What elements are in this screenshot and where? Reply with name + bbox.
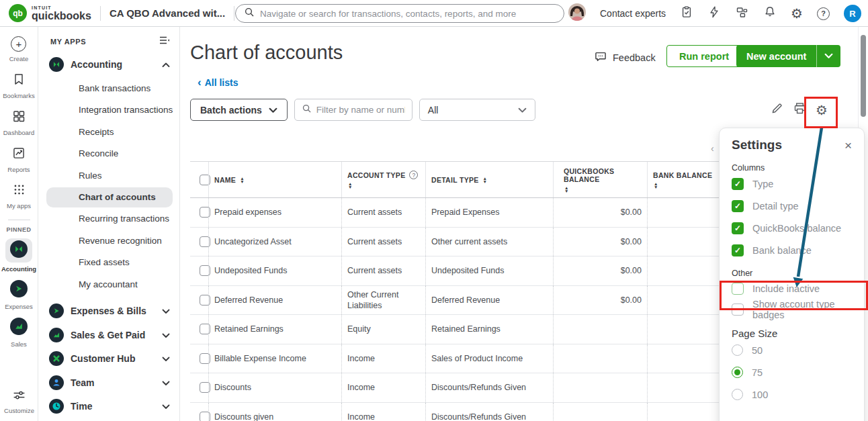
setting-detail-type[interactable]: ✓ Detail type	[732, 195, 852, 217]
sidebar-item-fixed-assets[interactable]: Fixed assets	[38, 252, 179, 274]
sidebar-item-reconcile[interactable]: Reconcile	[38, 143, 179, 165]
sidebar-item-expenses-bills[interactable]: Expenses & Bills	[38, 299, 179, 324]
setting-type[interactable]: ✓ Type	[732, 173, 852, 195]
feedback-button[interactable]: Feedback	[594, 50, 656, 65]
setting-label: Bank balance	[752, 245, 812, 256]
setting-include-inactive[interactable]: Include inactive	[732, 278, 852, 299]
new-account-button[interactable]: New account	[736, 45, 840, 67]
manage-list-icon[interactable]	[159, 36, 170, 48]
name-cell: Discounts	[208, 373, 341, 402]
quickbooks-logo[interactable]: qb INTUIT quickbooks	[0, 4, 91, 22]
sidebar-item-sales-get-paid[interactable]: Sales & Get Paid	[38, 323, 179, 347]
checkbox-unchecked[interactable]	[732, 283, 744, 295]
sidebar-item-revenue-recognition[interactable]: Revenue recognition	[38, 230, 179, 252]
sidebar-item-accounting[interactable]: Accounting	[38, 48, 179, 72]
run-report-button[interactable]: Run report	[666, 45, 742, 67]
user-avatar[interactable]: R	[844, 5, 861, 22]
batch-actions-button[interactable]: Batch actions	[190, 99, 288, 121]
sidebar-item-label: Receipts	[79, 127, 114, 137]
sidebar-item-label: Accounting	[71, 59, 122, 70]
column-header-account-type[interactable]: ACCOUNT TYPE? ▲▼	[341, 162, 425, 197]
notifications-icon[interactable]	[763, 5, 777, 21]
account-type-cell: Current assets	[341, 228, 425, 256]
setting-label: Include inactive	[752, 283, 820, 294]
checkbox-unchecked[interactable]	[732, 303, 744, 316]
tasks-icon[interactable]	[680, 5, 693, 21]
filter-type-select[interactable]: All	[419, 99, 535, 121]
shortcuts-icon[interactable]	[707, 5, 721, 21]
page-size-75[interactable]: 75	[732, 361, 852, 383]
radio-selected[interactable]	[732, 367, 743, 378]
new-account-dropdown[interactable]	[817, 45, 840, 67]
account-type-cell: Income	[341, 403, 425, 421]
quickbooks-app: qb INTUIT quickbooks CA QBO Advanced wit…	[0, 0, 868, 421]
column-header-bank-balance[interactable]: BANK BALANCE ▲▼	[647, 162, 722, 197]
sidebar-item-my-accountant[interactable]: My accountant	[38, 273, 179, 295]
rail-item-dashboard[interactable]: Dashboard	[3, 109, 34, 136]
sidebar-item-receipts[interactable]: Receipts	[38, 121, 179, 143]
checkbox-checked[interactable]: ✓	[732, 200, 744, 212]
print-icon[interactable]	[793, 101, 807, 118]
quickbooks-balance-cell: $0.00	[553, 256, 647, 285]
help-icon[interactable]: ?	[817, 7, 830, 20]
checkbox-checked[interactable]: ✓	[732, 222, 744, 234]
detail-type-cell: Discounts/Refunds Given	[425, 373, 553, 402]
sidebar-item-label: Chart of accounts	[79, 192, 156, 202]
sidebar-item-team[interactable]: Team	[38, 371, 179, 395]
checkbox-checked[interactable]: ✓	[732, 178, 744, 190]
apps-icon[interactable]	[735, 5, 749, 22]
table-row: Discounts Income Discounts/Refunds Given	[190, 373, 722, 403]
sidebar-item-time[interactable]: Time	[38, 395, 179, 419]
column-header-quickbooks-balance[interactable]: QUICKBOOKS BALANCE ▲▼	[553, 162, 647, 197]
panel-collapse-handle[interactable]: ‹	[711, 143, 714, 154]
settings-gear-icon[interactable]: ⚙	[791, 7, 803, 20]
table-settings-gear-icon[interactable]: ⚙	[816, 103, 828, 117]
sidebar-item-bank-transactions[interactable]: Bank transactions	[38, 77, 179, 99]
sidebar-item-integration-transactions[interactable]: Integration transactions	[38, 99, 179, 122]
rail-item-customize[interactable]: Customize	[0, 389, 38, 414]
page-size-50[interactable]: 50	[732, 339, 852, 361]
setting-show-account-type-badges[interactable]: Show account type badges	[732, 299, 852, 320]
table-row: Prepaid expenses Current assets Prepaid …	[190, 198, 722, 228]
scrollbar-thumb[interactable]	[861, 35, 866, 117]
detail-type-cell: Sales of Product Income	[425, 344, 553, 373]
info-icon[interactable]: ?	[409, 171, 418, 179]
brand-text: INTUIT quickbooks	[32, 5, 91, 21]
sidebar-item-chart-of-accounts[interactable]: Chart of accounts	[46, 187, 173, 207]
edit-pencil-icon[interactable]	[770, 101, 784, 118]
all-lists-link[interactable]: ‹ All lists	[198, 77, 238, 88]
rail-label: Bookmarks	[3, 92, 35, 99]
rail-item-create[interactable]: + Create	[9, 36, 29, 62]
pinned-accounting[interactable]: Accounting	[1, 238, 36, 273]
sidebar-item-customer-hub[interactable]: Customer Hub	[38, 347, 179, 371]
pinned-sales[interactable]: Sales	[10, 318, 28, 348]
column-header-detail-type[interactable]: DETAIL TYPE ▲▼	[425, 162, 553, 197]
checkbox-checked[interactable]: ✓	[732, 244, 744, 256]
rail-item-bookmarks[interactable]: Bookmarks	[3, 73, 35, 99]
contact-experts-link[interactable]: Contact experts	[600, 8, 666, 19]
quickbooks-balance-cell: $0.00	[553, 228, 647, 256]
icon-rail: + Create Bookmarks Dashboard Reports M	[0, 27, 38, 421]
rail-item-reports[interactable]: Reports	[7, 146, 30, 173]
setting-bank-balance[interactable]: ✓ Bank balance	[732, 239, 852, 261]
sidebar-item-label: Rules	[79, 171, 102, 181]
filter-name-input[interactable]	[316, 105, 405, 115]
close-icon[interactable]: ×	[844, 139, 852, 152]
pinned-expenses[interactable]: Expenses	[5, 280, 33, 310]
name-cell: Prepaid expenses	[208, 198, 341, 227]
global-search-input[interactable]	[260, 9, 556, 19]
column-header-name[interactable]: NAME ▲▼	[208, 162, 341, 197]
sidebar-item-rules[interactable]: Rules	[38, 165, 179, 187]
quickbooks-balance-cell: $0.00	[553, 286, 647, 315]
customize-sliders-icon	[12, 389, 26, 404]
sidebar-item-recurring-transactions[interactable]: Recurring transactions	[38, 208, 179, 230]
column-label: ACCOUNT TYPE	[347, 171, 405, 179]
table-row: Billable Expense Income Income Sales of …	[190, 344, 722, 374]
page-size-100[interactable]: 100	[732, 383, 852, 406]
expert-avatar[interactable]	[568, 3, 586, 24]
radio-unselected[interactable]	[732, 344, 743, 356]
company-name[interactable]: CA QBO Advanced wit...	[110, 7, 225, 19]
radio-unselected[interactable]	[732, 389, 743, 400]
rail-item-my-apps[interactable]: My apps	[7, 183, 31, 209]
setting-quickbooks-balance[interactable]: ✓ QuickBooks balance	[732, 217, 852, 239]
